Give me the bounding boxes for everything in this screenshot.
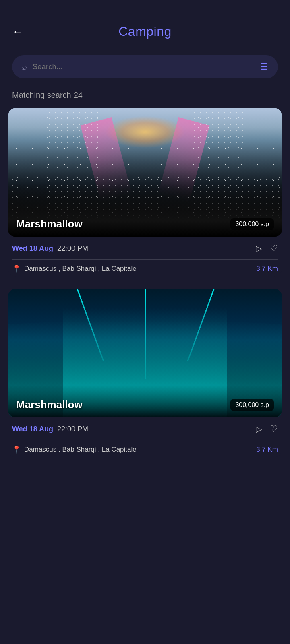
results-number: 24 — [74, 91, 83, 99]
event-time-2: 22:00 PM — [57, 425, 88, 433]
event-overlay-2: Marshmallow 300,000 s.p — [16, 398, 274, 411]
location-text-1: Damascus , Bab Sharqi , La Capitale — [24, 265, 137, 273]
event-visual-1 — [8, 108, 282, 237]
event-image-2: Marshmallow 300,000 s.p — [8, 289, 282, 417]
favorite-button-2[interactable]: ♡ — [270, 424, 278, 434]
event-details-1: Wed 18 Aug 22:00 PM ▷ ♡ 📍 Damascus , Bab… — [8, 237, 282, 277]
back-arrow-icon: ← — [12, 25, 23, 38]
back-button[interactable]: ← — [12, 25, 23, 38]
event-date-2: Wed 18 Aug — [12, 425, 53, 433]
event-actions-1: ▷ ♡ — [256, 243, 278, 254]
event-details-2: Wed 18 Aug 22:00 PM ▷ ♡ 📍 Damascus , Bab… — [8, 417, 282, 457]
event-date-1: Wed 18 Aug — [12, 244, 53, 253]
play-button-1[interactable]: ▷ — [256, 244, 262, 253]
results-label: Matching search — [12, 91, 71, 99]
event-meta-2: Wed 18 Aug 22:00 PM ▷ ♡ — [12, 424, 278, 434]
event-card-2: Marshmallow 300,000 s.p Wed 18 Aug 22:00… — [8, 289, 282, 457]
location-text-2: Damascus , Bab Sharqi , La Capitale — [24, 446, 137, 454]
app-container: ← Camping ⌕ ☰ Matching search24 — [0, 0, 290, 473]
results-count: Matching search24 — [0, 87, 290, 108]
search-icon: ⌕ — [22, 62, 27, 72]
events-list: Marshmallow 300,000 s.p Wed 18 Aug 22:00… — [0, 108, 290, 473]
event-name-2: Marshmallow — [16, 398, 83, 411]
search-input[interactable] — [33, 63, 255, 71]
event-image-1: Marshmallow 300,000 s.p — [8, 108, 282, 237]
laser-line-3 — [187, 289, 214, 361]
divider-2 — [12, 440, 278, 440]
location-left-2: 📍 Damascus , Bab Sharqi , La Capitale — [12, 445, 137, 454]
location-distance-2: 3.7 Km — [256, 446, 278, 454]
event-card-1: Marshmallow 300,000 s.p Wed 18 Aug 22:00… — [8, 108, 282, 277]
location-pin-icon-1: 📍 — [12, 264, 21, 273]
favorite-button-1[interactable]: ♡ — [270, 243, 278, 254]
divider-1 — [12, 259, 278, 260]
laser-line-1 — [77, 289, 104, 361]
location-distance-1: 3.7 Km — [256, 265, 278, 273]
event-actions-2: ▷ ♡ — [256, 424, 278, 434]
laser-line-2 — [145, 289, 146, 379]
event-visual-2 — [8, 289, 282, 417]
filter-icon[interactable]: ☰ — [260, 62, 268, 72]
event-meta-1: Wed 18 Aug 22:00 PM ▷ ♡ — [12, 243, 278, 254]
play-button-2[interactable]: ▷ — [256, 424, 262, 434]
search-container: ⌕ ☰ — [0, 51, 290, 87]
event-datetime-2: Wed 18 Aug 22:00 PM — [12, 425, 88, 433]
event-datetime-1: Wed 18 Aug 22:00 PM — [12, 244, 88, 253]
event-overlay-1: Marshmallow 300,000 s.p — [16, 218, 274, 230]
location-left-1: 📍 Damascus , Bab Sharqi , La Capitale — [12, 264, 137, 273]
event-location-2: 📍 Damascus , Bab Sharqi , La Capitale 3.… — [12, 445, 278, 454]
event-location-1: 📍 Damascus , Bab Sharqi , La Capitale 3.… — [12, 264, 278, 273]
location-pin-icon-2: 📍 — [12, 445, 21, 454]
page-title: Camping — [12, 24, 278, 39]
header: ← Camping — [0, 0, 290, 51]
search-bar: ⌕ ☰ — [12, 55, 278, 78]
event-name-1: Marshmallow — [16, 218, 83, 230]
event-price-1: 300,000 s.p — [230, 218, 274, 230]
event-time-1: 22:00 PM — [57, 244, 88, 253]
event-price-2: 300,000 s.p — [230, 399, 274, 411]
